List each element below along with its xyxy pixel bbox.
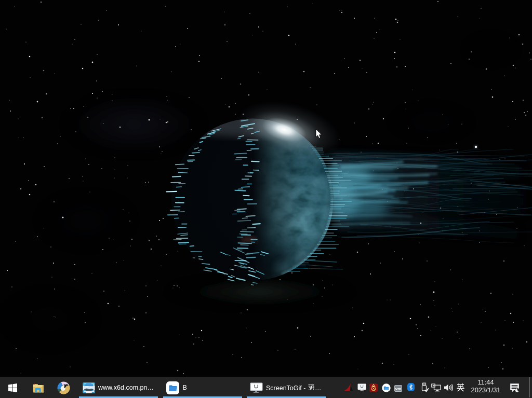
svg-text:vm: vm <box>395 387 402 391</box>
